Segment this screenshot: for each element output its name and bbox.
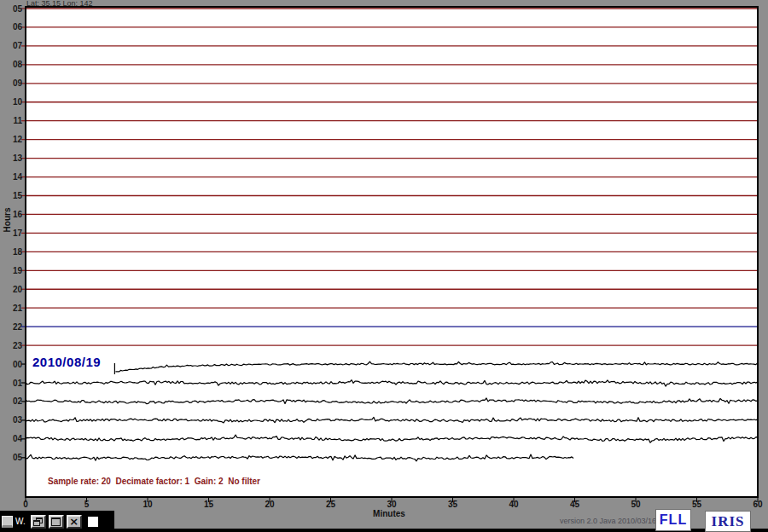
- hour-tick-label: 05: [2, 4, 22, 14]
- date-label: 2010/08/19: [32, 355, 101, 369]
- version-text: version 2.0 Java 2010/03/16: [560, 517, 656, 525]
- station-coordinates: Lat: 35.15 Lon: 142: [26, 0, 93, 8]
- hour-tick-label: 04: [2, 434, 22, 443]
- minimized-window-title: W.: [15, 517, 26, 526]
- settings-readout: Sample rate: 20 Decimate factor: 1 Gain:…: [48, 477, 260, 486]
- minute-tick-label: 35: [448, 500, 457, 509]
- hour-tick-label: 02: [2, 396, 22, 406]
- minute-tick-label: 5: [84, 500, 90, 509]
- hour-tick-label: 17: [2, 228, 22, 238]
- maximize-button[interactable]: [49, 515, 64, 529]
- helicorder-plot[interactable]: [0, 0, 768, 532]
- hour-tick-label: 01: [2, 379, 22, 388]
- hour-tick-label: 14: [2, 172, 22, 182]
- hour-tick-label: 19: [2, 266, 22, 275]
- minimized-window-bar: W. ×: [0, 511, 114, 532]
- app-icon: [2, 516, 13, 528]
- minute-tick-label: 15: [204, 500, 213, 509]
- hour-tick-label: 03: [2, 415, 22, 425]
- hour-tick-label: 16: [2, 210, 22, 219]
- minute-tick-label: 20: [265, 500, 274, 509]
- maximize-icon: [51, 518, 61, 526]
- hour-tick-label: 07: [2, 41, 22, 50]
- hour-tick-label: 18: [2, 247, 22, 257]
- minute-tick-label: 45: [570, 500, 579, 509]
- x-axis-title: Minutes: [358, 509, 420, 518]
- hour-tick-label: 09: [2, 78, 22, 88]
- hour-tick-label: 22: [2, 322, 22, 332]
- iris-logo: IRIS: [705, 511, 751, 532]
- hour-tick-label: 00: [2, 360, 22, 369]
- desktop: Lat: 35.15 Lon: 142 Hours 05060708091011…: [0, 0, 768, 532]
- minute-tick-label: 30: [387, 500, 396, 509]
- close-icon: ×: [69, 516, 79, 527]
- white-square-indicator: [88, 517, 98, 527]
- minute-tick-label: 0: [23, 500, 28, 509]
- station-badge: FLL: [655, 509, 691, 531]
- hour-tick-label: 20: [2, 285, 22, 294]
- hour-tick-label: 13: [2, 153, 22, 163]
- restore-button[interactable]: [31, 515, 46, 529]
- minute-tick-label: 55: [692, 500, 701, 509]
- minute-tick-label: 40: [509, 500, 518, 509]
- minute-tick-label: 10: [143, 500, 152, 509]
- hour-tick-label: 12: [2, 135, 22, 144]
- hour-tick-label: 15: [2, 191, 22, 200]
- minute-tick-label: 60: [753, 500, 762, 509]
- close-button[interactable]: ×: [67, 515, 82, 529]
- minute-tick-label: 25: [326, 500, 335, 509]
- helicorder-window: Lat: 35.15 Lon: 142 Hours 05060708091011…: [0, 0, 768, 529]
- hour-tick-label: 10: [2, 97, 22, 107]
- hour-tick-label: 11: [2, 116, 22, 125]
- hour-tick-label: 05: [2, 453, 22, 462]
- minute-tick-label: 50: [631, 500, 640, 509]
- hour-tick-label: 06: [2, 22, 22, 32]
- restore-icon: [33, 518, 43, 525]
- hour-tick-label: 23: [2, 341, 22, 350]
- hour-tick-label: 21: [2, 304, 22, 313]
- hour-tick-label: 08: [2, 60, 22, 69]
